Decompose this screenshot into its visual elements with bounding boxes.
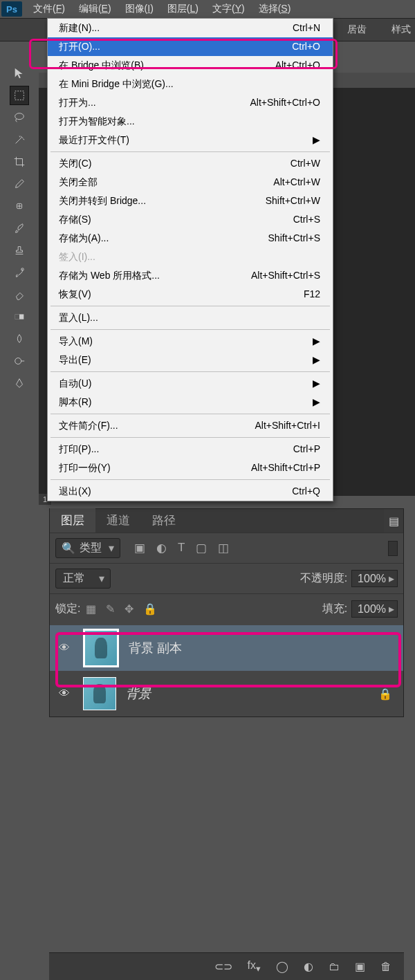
search-icon: 🔍	[62, 542, 75, 555]
lock-all-icon[interactable]: 🔒	[143, 602, 157, 616]
delete-layer-icon[interactable]: 🗑	[380, 961, 391, 973]
filter-adjust-icon[interactable]: ◐	[156, 541, 167, 555]
tab-paths[interactable]: 路径	[141, 508, 187, 533]
layer-group-icon[interactable]: 🗀	[329, 961, 340, 973]
new-layer-icon[interactable]: ▣	[355, 960, 365, 973]
menu-item[interactable]: 存储为 Web 所用格式...Alt+Shift+Ctrl+S	[48, 266, 333, 285]
menu-l[interactable]: 图层(L)	[160, 1, 205, 17]
fill-label: 填充:	[322, 602, 347, 616]
menu-item[interactable]: 恢复(V)F12	[48, 285, 333, 304]
menu-item-label: 打开为...	[59, 96, 96, 109]
layer-mask-icon[interactable]: ◯	[276, 960, 288, 973]
layer-thumbnail[interactable]	[83, 629, 119, 667]
tab-channels[interactable]: 通道	[95, 508, 141, 533]
menu-item[interactable]: 打印一份(Y)Alt+Shift+Ctrl+P	[48, 459, 333, 477]
menu-item[interactable]: 脚本(R)▶	[48, 393, 333, 412]
menu-item[interactable]: 导入(M)▶	[48, 332, 333, 351]
tab-layers[interactable]: 图层	[50, 508, 95, 533]
healing-tool[interactable]	[10, 196, 29, 216]
filter-type-icon[interactable]: T	[178, 541, 185, 555]
marquee-tool[interactable]	[10, 86, 29, 105]
move-tool[interactable]	[10, 64, 29, 83]
layer-name[interactable]: 背景 副本	[129, 640, 182, 656]
menu-item[interactable]: 打开为智能对象...	[48, 112, 333, 131]
filter-smart-icon[interactable]: ◫	[218, 541, 229, 555]
visibility-icon[interactable]: 👁	[55, 687, 73, 700]
menu-item[interactable]: 文件简介(F)...Alt+Shift+Ctrl+I	[48, 416, 333, 435]
layer-row[interactable]: 👁背景🔒	[50, 671, 403, 716]
filter-toggle[interactable]	[388, 541, 398, 556]
menu-e[interactable]: 编辑(E)	[72, 1, 118, 17]
layers-list: 👁背景 副本👁背景🔒	[50, 624, 403, 716]
lock-pixels-icon[interactable]: ✎	[106, 602, 115, 616]
dodge-tool[interactable]	[10, 351, 29, 371]
menu-item[interactable]: 最近打开文件(T)▶	[48, 131, 333, 149]
panel-menu-icon[interactable]: ▤	[384, 509, 403, 533]
menu-item[interactable]: 关闭并转到 Bridge...Shift+Ctrl+W	[48, 192, 333, 210]
visibility-icon[interactable]: 👁	[55, 642, 73, 654]
filter-pixel-icon[interactable]: ▣	[134, 541, 145, 555]
menu-item[interactable]: 在 Mini Bridge 中浏览(G)...	[48, 75, 333, 93]
menu-item[interactable]: 导出(E)▶	[48, 351, 333, 369]
menu-item-label: 文件简介(F)...	[59, 419, 118, 432]
layers-footer: ⊂⊃ fx▾ ◯ ◐ 🗀 ▣ 🗑	[49, 952, 404, 980]
panel-tabs: 图层 通道 路径 ▤	[50, 509, 403, 533]
filter-label: 类型	[80, 541, 102, 555]
menu-item[interactable]: 置入(L)...	[48, 308, 333, 327]
opacity-input[interactable]: 100% ▸	[351, 570, 398, 587]
gradient-tool[interactable]	[10, 307, 29, 326]
opacity-value: 100%	[358, 573, 386, 585]
menu-item-shortcut: Shift+Ctrl+S	[268, 232, 320, 245]
menu-item[interactable]: 打印(P)...Ctrl+P	[48, 440, 333, 459]
fill-input[interactable]: 100% ▸	[351, 600, 398, 618]
blend-mode-dropdown[interactable]: 正常 ▾	[55, 568, 111, 589]
menu-item[interactable]: 新建(N)...Ctrl+N	[48, 19, 333, 37]
menu-i[interactable]: 图像(I)	[118, 1, 160, 17]
crop-tool[interactable]	[10, 152, 29, 172]
filter-type-dropdown[interactable]: 🔍 类型 ▾	[55, 538, 120, 558]
pen-tool[interactable]	[10, 373, 29, 393]
blend-row: 正常 ▾ 不透明度: 100% ▸	[50, 563, 403, 593]
menu-item: 签入(I)...	[48, 248, 333, 266]
menu-s[interactable]: 选择(S)	[252, 1, 298, 17]
wand-tool[interactable]	[10, 130, 29, 149]
menu-item[interactable]: 在 Bridge 中浏览(B)...Alt+Ctrl+O	[48, 56, 333, 75]
eyedropper-tool[interactable]	[10, 174, 29, 194]
layer-fx-icon[interactable]: fx▾	[248, 959, 261, 974]
menu-item[interactable]: 退出(X)Ctrl+Q	[48, 482, 333, 501]
menu-item[interactable]: 打开(O)...Ctrl+O	[48, 37, 333, 56]
menu-item-shortcut: Ctrl+Q	[292, 485, 320, 498]
menu-item[interactable]: 存储(S)Ctrl+S	[48, 210, 333, 229]
history-brush-tool[interactable]	[10, 263, 29, 282]
menu-item[interactable]: 关闭全部Alt+Ctrl+W	[48, 173, 333, 192]
layer-name[interactable]: 背景	[126, 685, 151, 702]
svg-point-6	[15, 358, 21, 364]
menu-item[interactable]: 自动(U)▶	[48, 374, 333, 393]
layer-row[interactable]: 👁背景 副本	[50, 625, 403, 671]
caret-down-icon: ▾	[99, 572, 104, 585]
filter-shape-icon[interactable]: ▢	[196, 541, 207, 555]
stamp-tool[interactable]	[10, 241, 29, 260]
menu-item-label: 签入(I)...	[59, 250, 95, 264]
lock-transparent-icon[interactable]: ▦	[86, 602, 96, 616]
menu-y[interactable]: 文字(Y)	[205, 1, 252, 17]
layer-thumbnail[interactable]	[83, 677, 116, 710]
menu-item[interactable]: 打开为...Alt+Shift+Ctrl+O	[48, 93, 333, 112]
menu-item-shortcut: Alt+Shift+Ctrl+P	[251, 461, 320, 474]
brush-tool[interactable]	[10, 219, 29, 238]
link-layers-icon[interactable]: ⊂⊃	[214, 960, 232, 973]
menu-item-label: 打开为智能对象...	[59, 115, 135, 128]
adjustment-layer-icon[interactable]: ◐	[304, 960, 313, 973]
eraser-tool[interactable]	[10, 285, 29, 304]
blur-tool[interactable]	[10, 329, 29, 349]
menu-item[interactable]: 关闭(C)Ctrl+W	[48, 154, 333, 173]
menu-item-label: 存储(S)	[59, 213, 91, 226]
menu-f[interactable]: 文件(F)	[26, 1, 72, 17]
lock-row: 锁定: ▦ ✎ ✥ 🔒 填充: 100% ▸	[50, 593, 403, 624]
svg-point-1	[15, 113, 24, 120]
lock-position-icon[interactable]: ✥	[124, 602, 133, 616]
menu-item-shortcut: ▶	[313, 353, 320, 367]
menu-item[interactable]: 存储为(A)...Shift+Ctrl+S	[48, 229, 333, 248]
svg-rect-5	[15, 314, 19, 319]
lasso-tool[interactable]	[10, 108, 29, 127]
